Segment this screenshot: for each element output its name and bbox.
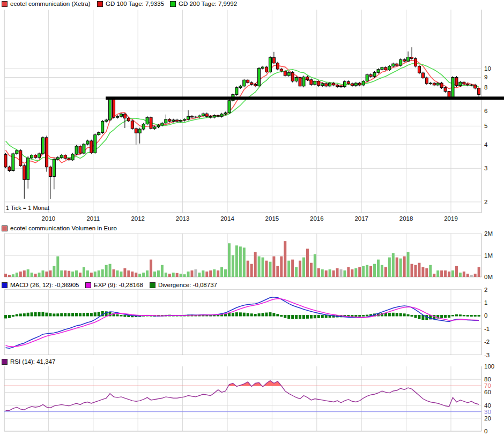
divergence-bar bbox=[232, 313, 234, 317]
volume-bar bbox=[448, 272, 450, 277]
volume-bar bbox=[220, 267, 223, 277]
divergence-bar bbox=[459, 314, 462, 316]
divergence-bar bbox=[407, 314, 410, 317]
resistance-line[interactable] bbox=[106, 96, 504, 100]
year-x-tick: 2014 bbox=[220, 215, 234, 222]
candle bbox=[161, 123, 164, 125]
candle bbox=[71, 154, 74, 160]
volume-bar bbox=[463, 272, 465, 277]
divergence-bar bbox=[276, 314, 279, 316]
candle bbox=[414, 58, 417, 66]
divergence-bar bbox=[258, 313, 261, 316]
macd-label: MACD (26, 12): -0,36905 bbox=[10, 282, 79, 289]
macd-plot[interactable]: 210-1-2-3 bbox=[4, 287, 490, 358]
candle bbox=[250, 82, 253, 84]
volume-bar bbox=[440, 270, 443, 277]
divergence-bar bbox=[235, 312, 238, 316]
divergence-bar bbox=[254, 314, 257, 317]
divergence-bar bbox=[321, 315, 324, 318]
divergence-bar bbox=[16, 314, 18, 316]
volume-bar bbox=[414, 265, 417, 277]
candle bbox=[366, 74, 368, 81]
divergence-bar bbox=[463, 315, 465, 317]
divergence-bar bbox=[314, 315, 316, 318]
candle bbox=[347, 81, 350, 84]
candle bbox=[272, 57, 275, 63]
divergence-bar bbox=[262, 313, 264, 316]
divergence-bar bbox=[53, 313, 55, 316]
candle bbox=[131, 121, 134, 129]
candle bbox=[138, 129, 141, 133]
divergence-bar bbox=[239, 312, 242, 316]
volume-bar bbox=[79, 273, 81, 277]
divergence-bar bbox=[287, 315, 290, 319]
legend-item-macd: MACD (26, 12): -0,36905 bbox=[2, 282, 79, 289]
price-legend: ecotel communication (Xetra) GD 100 Tage… bbox=[0, 1, 504, 8]
divergence-bar bbox=[98, 312, 100, 316]
volume-label: ecotel communication Volumen in Euro bbox=[10, 225, 117, 232]
candle bbox=[299, 77, 301, 86]
candle bbox=[354, 83, 357, 86]
candle bbox=[325, 84, 328, 86]
divergence-bar bbox=[12, 315, 14, 317]
candle bbox=[478, 88, 480, 95]
volume-bar bbox=[369, 266, 372, 277]
rsi-plot[interactable]: 1008070604030200 bbox=[4, 363, 494, 434]
volume-bar bbox=[284, 241, 286, 277]
candle bbox=[209, 116, 212, 117]
rsi-legend: RSI (14): 41,347 bbox=[0, 358, 504, 366]
divergence-bar bbox=[247, 313, 249, 316]
divergence-bar bbox=[399, 313, 402, 317]
volume-bar bbox=[109, 264, 112, 277]
divergence-bar bbox=[478, 315, 480, 317]
candle bbox=[425, 78, 428, 84]
volume-bar bbox=[172, 273, 175, 277]
divergence-bar bbox=[94, 312, 97, 316]
volume-bar bbox=[165, 273, 167, 277]
price-y-tick: 10 bbox=[484, 65, 491, 72]
chart-canvas: 1098654322010201120122013201420152016201… bbox=[0, 0, 504, 436]
divergence-label: Divergence: -0,08737 bbox=[158, 282, 217, 289]
volume-bar bbox=[205, 272, 208, 277]
candle bbox=[45, 138, 48, 167]
volume-bar bbox=[4, 274, 7, 277]
volume-bar bbox=[135, 273, 137, 277]
volume-bar bbox=[314, 254, 316, 277]
macd-swatch bbox=[2, 282, 8, 288]
candle bbox=[224, 113, 227, 114]
volume-bar bbox=[60, 270, 63, 277]
volume-bar bbox=[27, 269, 29, 277]
volume-bar bbox=[217, 270, 219, 277]
volume-bar bbox=[403, 257, 406, 277]
year-x-tick: 2017 bbox=[354, 215, 368, 222]
volume-plot[interactable]: 2M1M0M bbox=[4, 230, 493, 280]
candle bbox=[235, 88, 238, 95]
candle bbox=[280, 69, 283, 71]
candle bbox=[183, 119, 186, 121]
volume-bar bbox=[83, 267, 85, 277]
divergence-bar bbox=[272, 313, 275, 316]
divergence-bar bbox=[116, 314, 119, 317]
volume-bar bbox=[373, 264, 376, 277]
volume-bar bbox=[474, 274, 477, 277]
volume-bar bbox=[347, 267, 350, 277]
divergence-bar bbox=[4, 315, 7, 318]
divergence-bar bbox=[123, 315, 126, 317]
candle bbox=[295, 77, 298, 81]
rsi-y-tick: 80 bbox=[484, 376, 491, 382]
gd200-label: GD 200 Tage: 7,9992 bbox=[179, 1, 237, 7]
divergence-bar bbox=[388, 313, 391, 317]
volume-bar bbox=[388, 258, 391, 277]
volume-bar bbox=[228, 243, 231, 277]
volume-bar bbox=[64, 270, 66, 277]
volume-bar bbox=[42, 270, 45, 277]
volume-bar bbox=[262, 258, 264, 277]
candle bbox=[265, 67, 268, 72]
volume-bar bbox=[157, 270, 160, 277]
divergence-bar bbox=[228, 313, 231, 317]
price-plot[interactable]: 1098654322010201120122013201420152016201… bbox=[4, 10, 504, 222]
volume-bar bbox=[16, 273, 18, 277]
year-x-tick: 2013 bbox=[176, 215, 190, 222]
volume-bar bbox=[198, 273, 201, 277]
volume-bar bbox=[306, 249, 309, 277]
